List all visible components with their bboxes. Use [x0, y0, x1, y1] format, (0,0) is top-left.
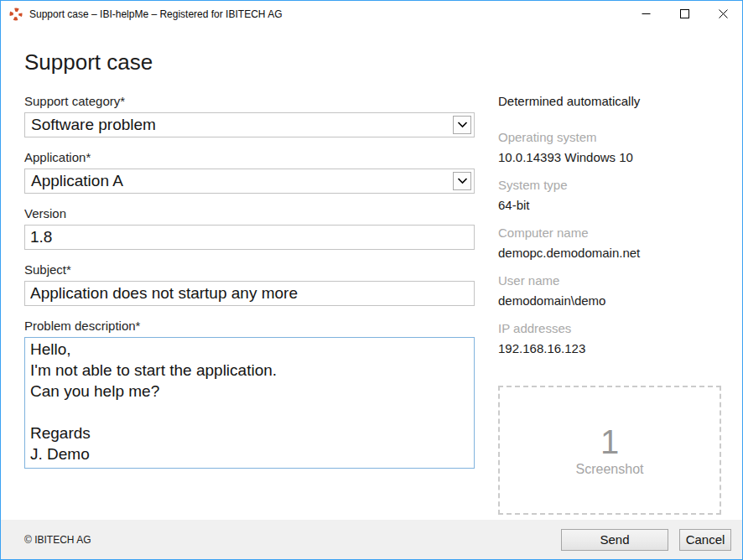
close-button[interactable] [704, 1, 742, 27]
close-icon [719, 9, 728, 18]
system-info-panel: Determined automatically Operating syste… [498, 81, 721, 520]
chevron-down-icon [457, 122, 468, 128]
window-controls [626, 1, 742, 27]
screenshot-label: Screenshot [576, 462, 644, 477]
minimize-button[interactable] [626, 1, 665, 27]
support-case-window: Support case – IBI-helpMe – Registered f… [0, 0, 743, 560]
screenshot-count: 1 [600, 423, 619, 460]
application-select[interactable]: Application A [24, 169, 475, 194]
main-content: Support case Support category* Software … [1, 27, 742, 520]
application-value: Application A [25, 172, 123, 190]
cancel-button[interactable]: Cancel [679, 529, 731, 551]
minimize-icon [642, 9, 651, 18]
system-info-title: Determined automatically [498, 94, 721, 108]
maximize-button[interactable] [665, 1, 704, 27]
user-name-label: User name [498, 273, 721, 288]
chevron-down-icon [457, 178, 468, 184]
send-button[interactable]: Send [561, 529, 668, 551]
support-category-select[interactable]: Software problem [24, 112, 475, 137]
support-category-label: Support category* [24, 94, 475, 108]
title-bar: Support case – IBI-helpMe – Registered f… [1, 1, 742, 27]
problem-description-textarea[interactable]: Hello, I'm not able to start the applica… [24, 337, 475, 469]
ip-addresses-label: IP addresses [498, 321, 721, 335]
operating-system-label: Operating system [498, 130, 721, 144]
life-buoy-icon [9, 8, 23, 21]
system-type-label: System type [498, 178, 721, 192]
maximize-icon [680, 9, 689, 18]
system-type-value: 64-bit [498, 198, 721, 212]
page-title: Support case [24, 48, 721, 76]
support-form: Support category* Software problem Appli… [24, 81, 475, 520]
screenshot-dropzone[interactable]: 1 Screenshot [498, 386, 721, 515]
subject-input[interactable] [24, 281, 475, 306]
footer-buttons: Send Cancel [561, 529, 731, 551]
window-title: Support case – IBI-helpMe – Registered f… [29, 8, 282, 20]
user-name-value: demodomain\demo [498, 293, 721, 308]
ip-addresses-value: 192.168.16.123 [498, 341, 721, 355]
application-dropdown-button[interactable] [453, 172, 471, 190]
application-label: Application* [24, 150, 475, 164]
footer-bar: © IBITECH AG Send Cancel [1, 520, 742, 559]
support-category-dropdown-button[interactable] [453, 116, 471, 134]
support-category-value: Software problem [25, 116, 156, 134]
version-input[interactable] [24, 225, 475, 250]
copyright-text: © IBITECH AG [24, 534, 91, 546]
subject-label: Subject* [24, 262, 475, 277]
version-label: Version [24, 206, 475, 220]
computer-name-label: Computer name [498, 226, 721, 240]
operating-system-value: 10.0.14393 Windows 10 [498, 150, 721, 164]
problem-description-label: Problem description* [24, 319, 475, 333]
computer-name-value: demopc.demodomain.net [498, 246, 721, 260]
